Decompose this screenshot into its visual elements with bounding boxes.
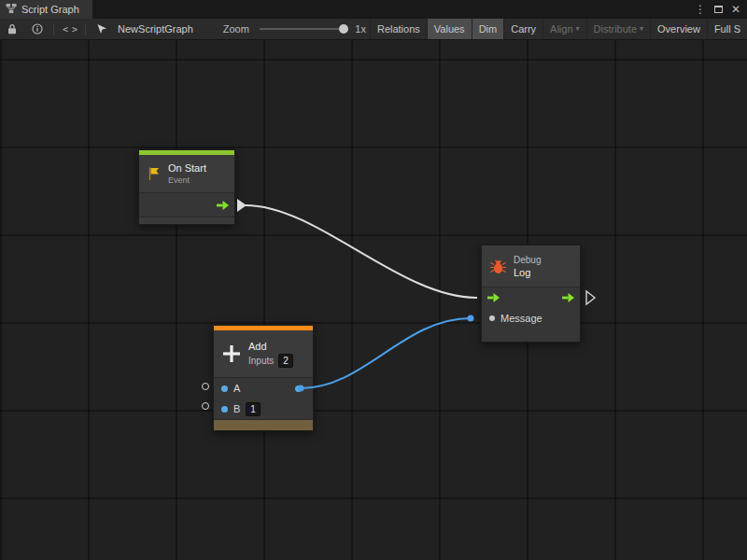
chevron-down-icon: ▾ (640, 25, 643, 33)
graph-name[interactable]: NewScriptGraph (118, 23, 193, 35)
distribute-button-label: Distribute (594, 23, 637, 35)
inputs-count-field[interactable]: 2 (278, 354, 293, 368)
node-add-header: Add Inputs 2 (214, 330, 313, 377)
graph-toolbar: < > NewScriptGraph Zoom 1x Relations Val… (0, 19, 747, 40)
port-a-outer-connector[interactable] (202, 383, 209, 390)
dim-button[interactable]: Dim (472, 19, 504, 39)
titlebar: Script Graph ⋮ ✕ (0, 0, 747, 19)
flow-outer-connector[interactable] (586, 291, 595, 304)
carry-button-label: Carry (511, 23, 536, 35)
zoom-slider[interactable] (260, 28, 345, 30)
node-debug-log-bottom-pad (482, 329, 580, 342)
toolbar-separator (85, 23, 86, 35)
zoom-label: Zoom (223, 23, 249, 35)
port-b-value-field[interactable]: 1 (246, 402, 261, 416)
window-controls: ⋮ ✕ (695, 0, 747, 19)
inputs-label: Inputs (248, 356, 274, 366)
flow-connection-start-arrow[interactable] (237, 199, 247, 212)
code-icon[interactable]: < > (57, 24, 82, 35)
flow-connection[interactable] (246, 205, 477, 298)
fullscreen-button-label: Full S (714, 23, 740, 35)
flow-input-port[interactable] (487, 293, 500, 302)
chevron-down-icon: ▾ (576, 25, 580, 33)
zoom-slider-knob[interactable] (339, 24, 348, 34)
node-debug-log[interactable]: Debug Log (481, 245, 581, 343)
flow-port-row (482, 287, 580, 308)
flow-output-port[interactable] (562, 293, 574, 302)
values-button-label: Values (434, 23, 465, 35)
node-on-start-text: On Start Event (168, 162, 206, 185)
script-graph-icon (6, 3, 17, 16)
node-debug-log-header: Debug Log (482, 245, 580, 287)
message-input-port[interactable] (489, 315, 495, 321)
window-menu-icon[interactable]: ⋮ (695, 4, 706, 15)
graph-canvas[interactable]: On Start Event (0, 40, 747, 560)
port-b-outer-connector[interactable] (202, 402, 209, 410)
node-on-start-body (139, 192, 234, 217)
node-on-start-footer (139, 217, 234, 224)
node-debug-log-text: Debug Log (514, 255, 541, 278)
toolbar-buttons: Relations Values Dim Carry Align ▾ Distr… (370, 19, 747, 39)
values-button[interactable]: Values (427, 19, 472, 39)
node-type: Debug (514, 255, 541, 265)
node-title: Log (514, 267, 541, 278)
plus-icon (221, 343, 242, 364)
dim-button-label: Dim (479, 23, 498, 35)
port-b-input[interactable] (221, 406, 228, 413)
fullscreen-button[interactable]: Full S (707, 19, 747, 39)
connection-layer (0, 40, 747, 560)
message-port-row: Message (482, 308, 580, 329)
flag-icon (147, 166, 162, 181)
overview-button[interactable]: Overview (650, 19, 707, 39)
overview-button-label: Overview (657, 23, 700, 35)
node-on-start-header: On Start Event (139, 155, 234, 192)
align-button-label: Align (550, 23, 572, 35)
node-add-footer (214, 419, 313, 430)
close-icon[interactable]: ✕ (731, 4, 740, 15)
port-a-input[interactable] (221, 385, 228, 392)
port-b-row: B 1 (214, 399, 313, 419)
port-a-label: A (233, 383, 240, 394)
align-button[interactable]: Align ▾ (543, 19, 585, 39)
data-connection-start-dot[interactable] (298, 385, 304, 392)
inputs-row: Inputs 2 (248, 354, 293, 368)
distribute-button[interactable]: Distribute ▾ (586, 19, 650, 39)
node-title: Add (248, 341, 293, 352)
relations-button-label: Relations (377, 23, 420, 35)
port-b-label: B (233, 403, 240, 414)
node-debug-log-body: Message (482, 287, 580, 342)
maximize-icon[interactable] (714, 6, 723, 13)
node-title: On Start (168, 162, 206, 174)
toolbar-separator (53, 23, 54, 35)
node-subtitle: Event (168, 175, 206, 185)
relations-button[interactable]: Relations (370, 19, 427, 39)
node-on-start[interactable]: On Start Event (138, 149, 235, 225)
script-graph-window: Script Graph ⋮ ✕ < > (0, 0, 747, 560)
node-add[interactable]: Add Inputs 2 A B 1 (213, 325, 314, 431)
info-icon[interactable] (24, 19, 50, 39)
bug-icon (489, 259, 507, 274)
lock-icon[interactable] (0, 19, 24, 39)
tab-label: Script Graph (21, 4, 79, 15)
message-port-label: Message (500, 313, 543, 324)
flow-output-port[interactable] (217, 201, 229, 210)
node-add-text: Add Inputs 2 (248, 341, 293, 368)
tab-script-graph[interactable]: Script Graph (0, 0, 92, 19)
data-connection-end-dot[interactable] (468, 315, 474, 322)
zoom-value: 1x (355, 23, 366, 35)
carry-button[interactable]: Carry (503, 19, 543, 39)
data-connection[interactable] (301, 318, 471, 388)
graph-asset-icon (89, 19, 115, 39)
node-add-body: A B 1 (214, 377, 313, 419)
